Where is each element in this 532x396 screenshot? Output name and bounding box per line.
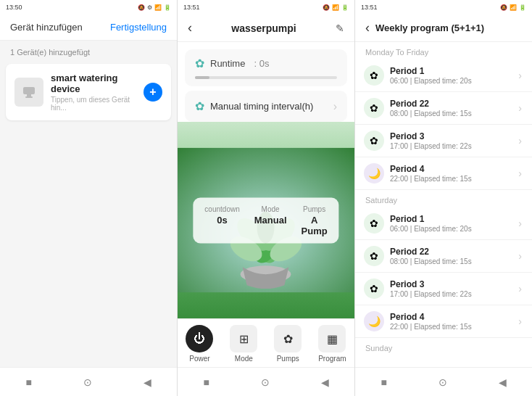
period-arrow-icon: › bbox=[518, 102, 522, 114]
panel3-title: Weekly program (5+1+1) bbox=[375, 22, 522, 33]
list-item[interactable]: 🌙 Period 4 22:00 | Elapsed time: 15s › bbox=[355, 305, 532, 338]
status-icons-2: 🔕 📶 🔋 bbox=[323, 4, 349, 11]
list-item[interactable]: ✿ Period 1 06:00 | Elapsed time: 20s › bbox=[355, 59, 532, 92]
period-time: 22:00 | Elapsed time: 15s bbox=[390, 175, 512, 183]
program-icon: ▦ bbox=[318, 325, 346, 352]
nav-circle-icon[interactable]: ⊙ bbox=[83, 376, 92, 388]
add-device-button[interactable]: + bbox=[144, 83, 162, 102]
period-arrow-icon: › bbox=[518, 315, 522, 327]
period-info: Period 4 22:00 | Elapsed time: 15s bbox=[390, 312, 512, 331]
nav-home-2-icon[interactable]: ■ bbox=[203, 376, 209, 388]
panel2-edit-button[interactable]: ✎ bbox=[336, 22, 344, 34]
period-name: Period 1 bbox=[390, 66, 512, 76]
nav-back-3-icon[interactable]: ◀ bbox=[499, 376, 507, 388]
period-time: 17:00 | Elapsed time: 22s bbox=[390, 290, 512, 298]
period-time: 06:00 | Elapsed time: 20s bbox=[390, 77, 512, 85]
period-time: 08:00 | Elapsed time: 15s bbox=[390, 110, 512, 117]
nav-back-2-icon[interactable]: ◀ bbox=[321, 376, 329, 388]
manual-left: ✿ Manual timing interval(h) bbox=[195, 99, 313, 113]
period-info: Period 3 17:00 | Elapsed time: 22s bbox=[390, 131, 512, 150]
panel3-nav: ■ ⊙ ◀ bbox=[355, 367, 532, 396]
period-arrow-icon: › bbox=[518, 250, 522, 262]
program-button[interactable]: ▦ Program bbox=[318, 325, 346, 363]
period-arrow-icon: › bbox=[518, 135, 522, 147]
device-sub: Tippen, um dieses Gerät hin... bbox=[51, 96, 136, 112]
period-icon: ✿ bbox=[364, 65, 384, 86]
panel2-header: ‹ wasserpumpi ✎ bbox=[178, 15, 354, 42]
period-time: 22:00 | Elapsed time: 15s bbox=[390, 323, 512, 331]
nav-back-icon[interactable]: ◀ bbox=[144, 376, 151, 388]
manual-timing-card[interactable]: ✿ Manual timing interval(h) › bbox=[185, 91, 347, 122]
manual-icon: ✿ bbox=[195, 99, 204, 113]
period-arrow-icon: › bbox=[518, 283, 522, 294]
program-label: Program bbox=[318, 355, 346, 363]
runtime-value: : 0s bbox=[254, 58, 269, 69]
pumps-icon: ✿ bbox=[274, 325, 302, 352]
period-icon: ✿ bbox=[364, 98, 384, 118]
runtime-slider[interactable] bbox=[195, 76, 337, 79]
list-item[interactable]: ✿ Period 22 08:00 | Elapsed time: 15s › bbox=[355, 240, 532, 273]
mode-status: Mode Manual bbox=[254, 205, 287, 236]
panel2-title: wasserpumpi bbox=[231, 22, 296, 34]
panel2-back-button[interactable]: ‹ bbox=[188, 20, 192, 36]
manual-label: Manual timing interval(h) bbox=[210, 101, 313, 112]
list-item[interactable]: ✿ Period 22 08:00 | Elapsed time: 15s › bbox=[355, 92, 532, 125]
list-item[interactable]: ✿ Period 3 17:00 | Elapsed time: 22s › bbox=[355, 125, 532, 157]
period-info: Period 1 06:00 | Elapsed time: 20s bbox=[390, 66, 512, 85]
device-name: smart watering device bbox=[51, 73, 136, 94]
svg-rect-1 bbox=[27, 94, 31, 96]
period-icon: ✿ bbox=[364, 131, 384, 151]
section-label-weekday: Monday To Friday bbox=[355, 42, 532, 59]
nav-circle-2-icon[interactable]: ⊙ bbox=[261, 376, 270, 388]
runtime-icon: ✿ bbox=[195, 57, 204, 70]
device-info: smart watering device Tippen, um dieses … bbox=[51, 73, 136, 112]
time-2: 13:51 bbox=[183, 4, 200, 11]
nav-circle-3-icon[interactable]: ⊙ bbox=[439, 376, 447, 388]
status-bar-1: 13:50 🔕 ⚙ 📶 🔋 bbox=[0, 0, 177, 15]
panel1-title: Gerät hinzufügen bbox=[10, 22, 83, 33]
status-bar-3: 13:51 🔕 📶 🔋 bbox=[355, 0, 532, 15]
period-icon: ✿ bbox=[364, 213, 384, 234]
panel2-nav: ■ ⊙ ◀ bbox=[178, 367, 354, 396]
nav-home-icon[interactable]: ■ bbox=[25, 376, 31, 388]
period-info: Period 22 08:00 | Elapsed time: 15s bbox=[390, 247, 512, 265]
pumps-button[interactable]: ✿ Pumps bbox=[274, 325, 302, 363]
period-arrow-icon: › bbox=[518, 168, 522, 179]
period-info: Period 3 17:00 | Elapsed time: 22s bbox=[390, 279, 512, 298]
panel-weekly-program: 13:51 🔕 📶 🔋 ‹ Weekly program (5+1+1) Mon… bbox=[355, 0, 532, 396]
bottom-controls: ⏻ Power ⊞ Mode ✿ Pumps ▦ Program bbox=[178, 318, 354, 367]
runtime-card: ✿ Runtime : 0s bbox=[185, 49, 347, 86]
list-item[interactable]: ✿ Period 3 17:00 | Elapsed time: 22s › bbox=[355, 273, 532, 305]
countdown-label: countdown bbox=[204, 205, 239, 213]
device-card[interactable]: smart watering device Tippen, um dieses … bbox=[6, 64, 171, 120]
schedule-list: Monday To Friday ✿ Period 1 06:00 | Elap… bbox=[355, 42, 532, 367]
list-item[interactable]: 🌙 Period 4 22:00 | Elapsed time: 15s › bbox=[355, 157, 532, 190]
pumps-status: Pumps A Pump bbox=[302, 205, 328, 236]
status-overlay: countdown 0s Mode Manual Pumps A Pump bbox=[193, 197, 338, 243]
nav-home-3-icon[interactable]: ■ bbox=[381, 376, 386, 388]
pumps-label: Pumps bbox=[303, 205, 325, 213]
mode-label: Mode bbox=[235, 355, 253, 363]
period-arrow-icon: › bbox=[518, 218, 522, 229]
panel3-header: ‹ Weekly program (5+1+1) bbox=[355, 15, 532, 42]
period-name: Period 1 bbox=[390, 214, 512, 224]
list-item[interactable]: ✿ Period 1 06:00 | Elapsed time: 20s › bbox=[355, 207, 532, 240]
period-time: 17:00 | Elapsed time: 22s bbox=[390, 142, 512, 150]
panel1-action[interactable]: Fertigstellung bbox=[110, 22, 167, 33]
panel1-nav: ■ ⊙ ◀ bbox=[0, 367, 177, 396]
time-1: 13:50 bbox=[6, 4, 22, 11]
panel3-back-button[interactable]: ‹ bbox=[365, 20, 370, 36]
mode-button[interactable]: ⊞ Mode bbox=[230, 325, 257, 363]
pumps-value: A Pump bbox=[302, 214, 328, 236]
period-name: Period 22 bbox=[390, 247, 512, 257]
period-icon: ✿ bbox=[364, 279, 384, 299]
period-arrow-icon: › bbox=[518, 70, 522, 81]
device-count-label: 1 Gerät(e) hinzugefügt bbox=[0, 41, 177, 64]
power-icon: ⏻ bbox=[186, 325, 213, 352]
section-label-sunday: Sunday bbox=[355, 338, 532, 355]
power-button[interactable]: ⏻ Power bbox=[186, 325, 213, 363]
manual-arrow-icon: › bbox=[333, 100, 337, 113]
panel1-header: Gerät hinzufügen Fertigstellung bbox=[0, 15, 177, 41]
runtime-slider-fill bbox=[195, 76, 209, 79]
status-bar-2: 13:51 🔕 📶 🔋 bbox=[178, 0, 354, 15]
